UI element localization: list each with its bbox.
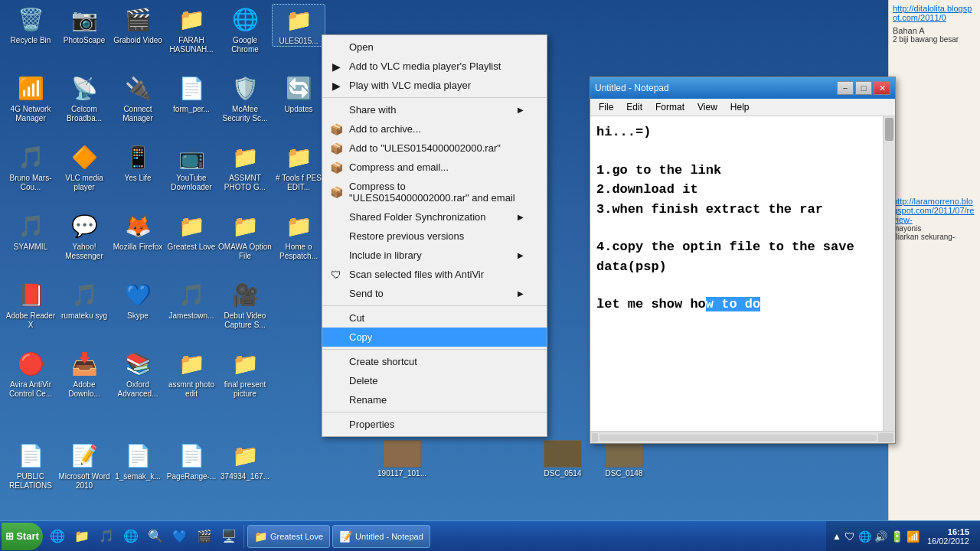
desktop-icon-recycle-bin[interactable]: 🗑️ Recycle Bin (4, 4, 57, 45)
tray-battery-icon[interactable]: 🔋 (890, 530, 903, 543)
desktop-icon-updates[interactable]: 🔄 Updates (272, 73, 325, 114)
desktop-icon-syamil[interactable]: 🎵 SYAMMIL (4, 210, 57, 252)
context-play-vlc[interactable]: ▶ Play with VLC media player (322, 76, 547, 95)
desktop-icon-yahoo[interactable]: 💬 Yahoo! Messenger (57, 210, 111, 261)
notepad-menu-file[interactable]: File (594, 100, 618, 114)
desktop-icon-oxford[interactable]: 📚 Oxford Advanced... (111, 348, 165, 399)
desktop-icon-bruno[interactable]: 🎵 Bruno Mars-Cou... (4, 142, 57, 192)
taskbar-search-icon[interactable]: 🔍 (144, 525, 167, 548)
desktop-icon-mozilla[interactable]: 🦊 Mozilla Firefox (111, 210, 165, 252)
desktop-icon-debut[interactable]: 🎥 Debut Video Capture S... (218, 279, 272, 330)
desktop-icon-yeslife[interactable]: 📱 Yes Life (111, 142, 165, 183)
minimize-button[interactable]: − (837, 81, 854, 95)
374-label: 374934_167... (220, 472, 270, 481)
context-rename[interactable]: Rename (322, 390, 547, 409)
system-clock[interactable]: 16:15 16/02/2012 (923, 527, 974, 546)
context-share-with[interactable]: Share with (322, 100, 547, 119)
context-include-library[interactable]: Include in library (322, 246, 547, 265)
context-restore[interactable]: Restore previous versions (322, 227, 547, 246)
context-add-vlc-playlist[interactable]: ▶ Add to VLC media player's Playlist (322, 57, 547, 76)
desktop-icon-374[interactable]: 📁 374934_167... (218, 440, 272, 481)
context-create-shortcut[interactable]: Create shortcut (322, 352, 547, 371)
taskbar-folder-icon[interactable]: 📁 (70, 525, 93, 548)
desktop-icon-jamestown[interactable]: 🎵 Jamestown... (165, 279, 218, 321)
tray-network-icon[interactable]: 🌐 (858, 530, 871, 543)
desktop-icon-public[interactable]: 📄 PUBLIC RELATIONS (4, 440, 57, 491)
desktop-icon-form[interactable]: 📄 form_per... (165, 73, 218, 114)
context-cut[interactable]: Cut (322, 308, 547, 328)
desktop-icon-190[interactable]: 190117_101... (375, 440, 429, 478)
taskbar-item-greatest[interactable]: 📁 Greatest Love (247, 525, 330, 548)
context-shared-folder[interactable]: Shared Folder Synchronization (322, 207, 547, 227)
desktop-icon-dsc514[interactable]: DSC_0514 (536, 440, 590, 478)
context-open[interactable]: Open (322, 37, 547, 57)
desktop-icon-chrome[interactable]: 🌐 Google Chrome (218, 4, 272, 54)
notepad-content[interactable]: hi...=) 1.go to the link 2.download it 3… (590, 116, 883, 431)
notepad-menu-help[interactable]: Help (726, 100, 754, 114)
tray-antivir-icon[interactable]: 🛡 (844, 530, 855, 543)
notepad-menu-format[interactable]: Format (651, 100, 689, 114)
desktop-icon-pagerange[interactable]: 📄 PageRange-... (165, 440, 218, 481)
desktop-icon-4g[interactable]: 📶 4G Network Manager (4, 73, 57, 123)
taskbar-desktop-icon[interactable]: 🖥️ (217, 525, 240, 548)
desktop-icon-connect-manager[interactable]: 🔌 Connect Manager (111, 73, 165, 123)
start-button[interactable]: ⊞ Start (2, 523, 43, 550)
desktop-icon-adobe[interactable]: 📕 Adobe Reader X (4, 279, 57, 330)
taskbar-chrome-quick-icon[interactable]: 🌐 (119, 525, 142, 548)
context-compress-rar-email[interactable]: 📦 Compress to "ULES0154000002000.rar" an… (322, 177, 547, 207)
desktop-icon-skype[interactable]: 💙 Skype (111, 279, 165, 321)
tray-wifi-icon[interactable]: 📶 (906, 530, 920, 543)
desktop-icon-semak[interactable]: 📄 1_semak_k... (111, 440, 165, 481)
context-properties[interactable]: Properties (322, 415, 547, 434)
desktop-icon-msword[interactable]: 📝 Microsoft Word 2010 (57, 440, 111, 491)
adobe2-label: Adobe Downlo... (57, 380, 111, 399)
tray-arrow[interactable]: ▲ (832, 531, 841, 542)
context-copy[interactable]: Copy (322, 328, 547, 347)
desktop-icon-youtube[interactable]: 📺 YouTube Downloader (165, 142, 218, 192)
desktop-icon-greatest-love[interactable]: 📁 Greatest Love (165, 210, 218, 252)
right-panel-link-1[interactable]: http://ditalolita.blogspot.com/2011/0 (893, 4, 972, 22)
desktop-icon-home[interactable]: 📁 Home o Pespatch... (272, 210, 325, 261)
debut-icon: 🎥 (230, 279, 260, 310)
taskbar-ie-icon[interactable]: 🌐 (46, 525, 69, 548)
desktop-icon-vlc[interactable]: 🔶 VLC media player (57, 142, 111, 192)
desktop-icon-avira[interactable]: 🔴 Avira AntiVir Control Ce... (4, 348, 57, 399)
desktop-icon-celcom[interactable]: 📡 Celcom Broadba... (57, 73, 111, 123)
desktop-icon-rumah[interactable]: 🎵 rumateku syg (57, 279, 111, 321)
notepad-menu-edit[interactable]: Edit (622, 100, 647, 114)
desktop-icon-graboid[interactable]: 🎬 Graboid Video (111, 4, 165, 45)
taskbar-media-icon[interactable]: 🎵 (95, 525, 118, 548)
context-send-to[interactable]: Send to (322, 284, 547, 303)
notepad-task-icon: 📝 (339, 530, 352, 543)
context-compress-email[interactable]: 📦 Compress and email... (322, 158, 547, 177)
tray-volume-icon[interactable]: 🔊 (874, 530, 887, 543)
desktop-icon-assmnt2[interactable]: 📁 assmnt photo edit (165, 348, 218, 399)
desktop-icon-omawa[interactable]: 📁 OMAWA Option File (218, 210, 272, 261)
restore-button[interactable]: □ (855, 81, 872, 95)
desktop-icon-dsc148[interactable]: DSC_0148 (597, 440, 651, 478)
desktop-icon-farah[interactable]: 📁 FARAH HASUNAH... (165, 4, 218, 54)
context-add-to-archive[interactable]: 📦 Add to archive... (322, 119, 547, 139)
context-delete[interactable]: Delete (322, 371, 547, 390)
desktop-icon-tools[interactable]: 📁 # Tools f PES EDIT... (272, 142, 325, 192)
notepad-scrollbar[interactable] (883, 116, 895, 431)
context-scan-antivir[interactable]: 🛡 Scan selected files with AntiVir (322, 265, 547, 284)
greatest-task-label: Greatest Love (270, 532, 323, 541)
close-button[interactable]: ✕ (874, 81, 890, 95)
shared-folder-label: Shared Folder Synchronization (349, 211, 486, 223)
notepad-hscrollbar[interactable] (590, 431, 895, 443)
context-add-rar[interactable]: 📦 Add to "ULES0154000002000.rar" (322, 139, 547, 158)
taskbar-item-notepad[interactable]: 📝 Untitled - Notepad (332, 525, 430, 548)
vlc-label: VLC media player (57, 174, 111, 192)
desktop-icon-final[interactable]: 📁 final present picture (218, 348, 272, 399)
desktop-icon-photoscape[interactable]: 📷 PhotoScape (57, 4, 111, 45)
taskbar-video-icon[interactable]: 🎬 (193, 525, 216, 548)
right-panel-link-2[interactable]: http://laramorreno.blogspot.com/2011/07/… (893, 197, 974, 224)
taskbar-skype-icon[interactable]: 💙 (168, 525, 191, 548)
desktop-icon-mcafee[interactable]: 🛡️ McAfee Security Sc... (218, 73, 272, 123)
notepad-menu-view[interactable]: View (693, 100, 722, 114)
desktop-icon-assmnt[interactable]: 📁 ASSMNT PHOTO G... (218, 142, 272, 192)
notepad-titlebar: Untitled - Notepad − □ ✕ (590, 77, 895, 99)
desktop-icon-adobe2[interactable]: 📥 Adobe Downlo... (57, 348, 111, 399)
desktop-icon-ules[interactable]: 📁 ULES015... (272, 4, 325, 47)
